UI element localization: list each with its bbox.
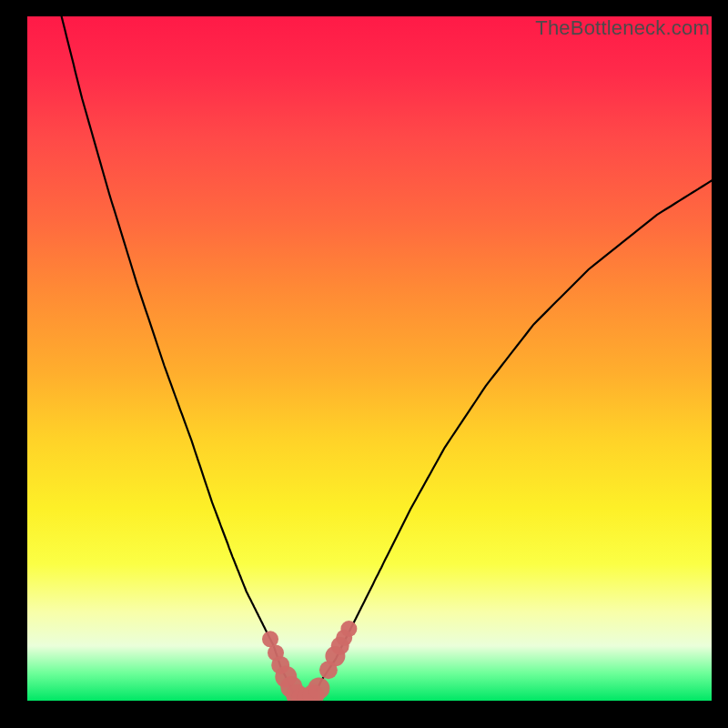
watermark-text: TheBottleneck.com [535,16,710,40]
chart-plot-area [27,16,712,701]
chart-marker [308,678,329,700]
chart-frame: TheBottleneck.com [0,0,728,728]
chart-markers [262,621,357,701]
chart-marker [340,621,357,637]
chart-curve [62,16,712,701]
bottleneck-curve-path [62,16,712,701]
chart-svg [27,16,712,701]
